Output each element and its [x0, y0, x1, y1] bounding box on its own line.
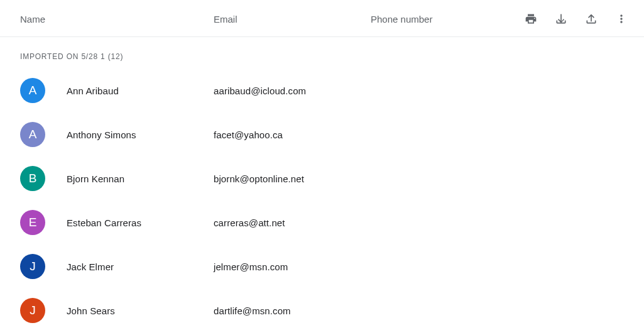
contact-name: Jack Elmer	[67, 261, 214, 272]
avatar: A	[20, 78, 45, 103]
avatar-wrap: A	[20, 122, 67, 147]
avatar-wrap: B	[20, 166, 67, 191]
contact-email: carreras@att.net	[214, 217, 371, 228]
contact-row[interactable]: EEsteban Carrerascarreras@att.net	[0, 200, 644, 244]
contact-name: Anthony Simons	[67, 129, 214, 140]
contact-row[interactable]: AAnn Aribaudaaribaud@icloud.com	[0, 69, 644, 113]
contact-email: dartlife@msn.com	[214, 305, 371, 316]
contact-row[interactable]: BBjorn Kennanbjornk@optonline.net	[0, 157, 644, 200]
header-actions	[523, 11, 629, 26]
contact-name: Bjorn Kennan	[67, 173, 214, 184]
avatar: A	[20, 122, 45, 147]
more-icon[interactable]	[614, 11, 629, 26]
contact-name: Esteban Carreras	[67, 217, 214, 228]
contact-row[interactable]: JJack Elmerjelmer@msn.com	[0, 244, 644, 288]
avatar: B	[20, 166, 45, 191]
avatar-wrap: J	[20, 298, 67, 323]
contacts-list: AAnn Aribaudaaribaud@icloud.comAAnthony …	[0, 69, 644, 332]
avatar-wrap: J	[20, 254, 67, 279]
upload-icon[interactable]	[584, 11, 599, 26]
avatar: J	[20, 254, 45, 279]
contact-email: jelmer@msn.com	[214, 261, 371, 272]
contact-email: facet@yahoo.ca	[214, 129, 371, 140]
avatar-wrap: A	[20, 78, 67, 103]
download-icon[interactable]	[554, 11, 569, 26]
contact-name: John Sears	[67, 305, 214, 316]
column-header-name: Name	[20, 14, 214, 25]
avatar: J	[20, 298, 45, 323]
columns-header: Name Email Phone number	[0, 0, 644, 37]
contact-email: bjornk@optonline.net	[214, 173, 371, 184]
contact-row[interactable]: JJohn Searsdartlife@msn.com	[0, 288, 644, 332]
avatar: E	[20, 210, 45, 235]
contact-name: Ann Aribaud	[67, 85, 214, 96]
contact-email: aaribaud@icloud.com	[214, 85, 371, 96]
section-header: IMPORTED ON 5/28 1 (12)	[0, 37, 644, 69]
avatar-wrap: E	[20, 210, 67, 235]
column-header-phone: Phone number	[371, 14, 523, 25]
print-icon[interactable]	[523, 11, 538, 26]
contact-row[interactable]: AAnthony Simonsfacet@yahoo.ca	[0, 113, 644, 157]
column-header-email: Email	[214, 14, 371, 25]
